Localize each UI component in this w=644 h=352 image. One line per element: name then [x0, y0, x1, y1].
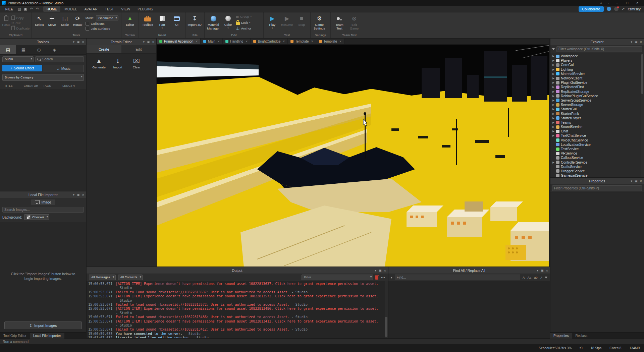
more-options-icon[interactable]: ••• — [381, 276, 385, 279]
explorer-item[interactable]: ▶ DraggerService — [550, 169, 644, 173]
account-icon[interactable] — [607, 7, 611, 11]
output-line[interactable]: 15:00:53.071[ACTION ITEM] Experience doe… — [88, 307, 388, 311]
close-tab-icon[interactable]: × — [218, 40, 220, 43]
part-dropdown-icon[interactable]: ▾ — [162, 27, 163, 29]
exit-game-button[interactable]: ⊗Exit Game — [347, 13, 361, 33]
copy-button[interactable]: Copy — [11, 16, 30, 20]
explorer-item[interactable]: ▶ TestService — [550, 147, 644, 151]
cut-button[interactable]: ✂Cut — [11, 21, 30, 25]
search-images-input[interactable] — [2, 207, 84, 213]
terrain-tool-button[interactable]: ⌧ Clear — [129, 58, 144, 69]
quick-access-icon[interactable]: ↷ — [35, 7, 41, 11]
close-tab-icon[interactable]: × — [311, 40, 313, 43]
terrain-tool-button[interactable]: ▲ Generate — [91, 58, 107, 69]
import-3d-button[interactable]: ↧Import 3D — [187, 13, 202, 33]
chevron-down-icon[interactable]: ▾ — [143, 40, 145, 44]
expand-replace-icon[interactable]: ▾ — [391, 276, 392, 279]
explorer-item[interactable]: ▶ RobloxPluginGuiService — [550, 94, 644, 98]
quick-access-icon[interactable]: ▣ — [22, 7, 29, 11]
expand-arrow-icon[interactable]: ▶ — [552, 117, 555, 120]
color-button[interactable]: Color▾ — [221, 13, 235, 33]
explorer-item[interactable]: ▶ ServerScriptService — [550, 98, 644, 103]
float-icon[interactable]: ▣ — [635, 40, 638, 44]
color-dropdown-icon[interactable]: ▾ — [227, 27, 229, 29]
select-tool-button[interactable]: ↖Select — [33, 13, 45, 33]
explorer-item[interactable]: ▶ StarterPack — [550, 111, 644, 116]
sound-effect-button[interactable]: ♪Sound Effect — [2, 65, 42, 71]
chevron-down-icon[interactable]: ▾ — [73, 40, 75, 44]
layout-icon[interactable]: ▫ — [605, 1, 612, 5]
chevron-down-icon[interactable]: ▾ — [537, 269, 539, 272]
quick-access-icon[interactable]: ▤ — [16, 7, 22, 11]
find-option-icon[interactable]: ab — [534, 276, 538, 279]
move-tool-button[interactable]: Move — [46, 13, 58, 33]
expand-arrow-icon[interactable]: ▶ — [552, 85, 555, 89]
explorer-item[interactable]: ▶ ControllerService — [550, 160, 644, 165]
find-option-icon[interactable]: Aa — [527, 276, 531, 279]
output-line[interactable]: 15:00:53.071[ACTION ITEM] Experience doe… — [88, 282, 388, 286]
document-tab[interactable]: BrightCartridge × — [251, 39, 288, 44]
output-line[interactable]: 15:00:53.071Failed to load sound rbxasse… — [88, 315, 388, 319]
close-icon[interactable]: × — [152, 40, 154, 44]
find-input[interactable] — [395, 275, 521, 280]
menu-tab[interactable]: PLUGINS — [134, 6, 156, 12]
explorer-item[interactable]: ▶ LocalizationService — [550, 142, 644, 147]
minimize-button[interactable]: – — [612, 1, 622, 5]
output-line[interactable]: 15:00:53.071Failed to load sound rbxasse… — [88, 303, 388, 307]
expand-arrow-icon[interactable]: ▶ — [552, 125, 555, 128]
output-line[interactable]: - Studio — [88, 299, 388, 303]
maximize-button[interactable]: □ — [623, 1, 632, 5]
output-line[interactable]: 15:00:53.071[ACTION ITEM] Experience doe… — [88, 294, 388, 298]
expand-arrow-icon[interactable]: ▶ — [552, 68, 555, 71]
group-button[interactable]: ▦Group▾ — [236, 15, 252, 18]
explorer-item[interactable]: ▶ VRService — [550, 151, 644, 156]
explorer-item[interactable]: ▶ StarterPlayer — [550, 116, 644, 120]
close-icon[interactable]: × — [640, 179, 642, 183]
output-line[interactable]: 15:00:59.035You have connected to the se… — [88, 332, 388, 336]
float-icon[interactable]: ▣ — [379, 269, 382, 272]
menu-tab[interactable]: AVATAR — [81, 6, 101, 12]
output-scrollbar[interactable] — [385, 281, 388, 338]
expand-arrow-icon[interactable]: ▶ — [552, 112, 555, 115]
explorer-item[interactable]: ▶ MaterialService — [550, 72, 644, 76]
explorer-item[interactable]: ▶ Chat — [550, 129, 644, 133]
close-icon[interactable]: × — [546, 269, 548, 273]
music-button[interactable]: ♫Music — [44, 65, 84, 72]
explorer-item[interactable]: ▶ CalloutService — [550, 156, 644, 160]
dock-tab[interactable]: Properties — [550, 333, 572, 339]
ui-button[interactable]: UI — [170, 13, 184, 33]
document-tab[interactable]: Template × — [316, 39, 344, 44]
explorer-item[interactable]: ▶ ReplicatedStorage — [550, 90, 644, 94]
resume-button[interactable]: ▶Resume — [280, 13, 294, 33]
explorer-item[interactable]: ▶ GamepadService — [550, 173, 644, 177]
viewport-3d[interactable] — [156, 44, 549, 267]
filter-icon[interactable] — [545, 277, 547, 279]
explorer-item[interactable]: ▶ VoiceChatService — [550, 138, 644, 142]
output-line[interactable]: - Studio — [88, 286, 388, 290]
toolbox-search-input[interactable]: Search — [35, 56, 84, 62]
rotate-tool-button[interactable]: ⟳Rotate — [72, 13, 84, 33]
output-line[interactable]: 15:00:53.071Failed to load sound rbxasse… — [88, 290, 388, 294]
close-icon[interactable]: × — [82, 193, 84, 197]
contexts-filter-dropdown[interactable]: All Contexts — [118, 275, 143, 280]
explorer-filter-input[interactable] — [556, 46, 642, 52]
material-manager-button[interactable]: Material Manager — [206, 13, 220, 33]
3d-scene[interactable] — [157, 45, 549, 267]
explorer-item[interactable]: ▶ Players — [550, 58, 644, 63]
close-tab-icon[interactable]: × — [196, 40, 198, 43]
document-tab[interactable]: Handling × — [223, 39, 251, 44]
find-option-icon[interactable]: A — [523, 276, 525, 279]
explorer-item[interactable]: ▶ CoreGui — [550, 63, 644, 67]
share-icon[interactable]: ↗ — [622, 7, 625, 11]
terrain-tab[interactable]: Create — [87, 45, 121, 53]
output-line[interactable]: 15:00:53.071Failed to load sound rbxasse… — [88, 328, 388, 332]
explorer-item[interactable]: ▶ PluginGuiService — [550, 80, 644, 85]
lock-button[interactable]: Lock▾ — [236, 20, 252, 25]
dock-tab[interactable]: Tool Grip Editor — [0, 333, 30, 339]
stop-button[interactable]: ■Stop — [294, 13, 309, 33]
game-settings-button[interactable]: ⚙Game Settings — [312, 13, 326, 33]
browse-by-category-dropdown[interactable]: Browse by Category — [2, 74, 84, 81]
expand-arrow-icon[interactable]: ▶ — [552, 95, 555, 98]
scale-tool-button[interactable]: ◱Scale — [59, 13, 71, 33]
mode-dropdown[interactable]: Geometric — [96, 15, 118, 20]
